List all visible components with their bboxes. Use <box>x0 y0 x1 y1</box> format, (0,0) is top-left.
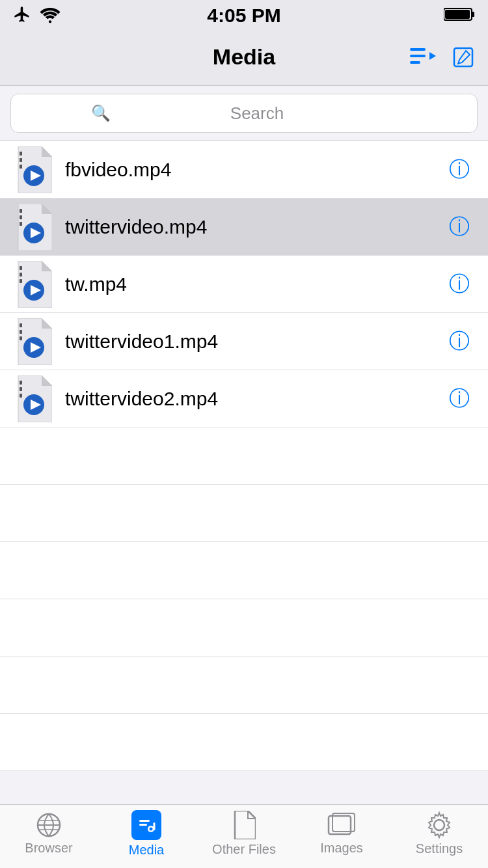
svg-rect-19 <box>20 215 22 219</box>
file-icon <box>13 146 52 193</box>
svg-rect-32 <box>20 323 22 327</box>
svg-rect-13 <box>20 165 22 169</box>
other-files-icon <box>232 811 256 839</box>
info-button[interactable]: ⓘ <box>444 265 475 304</box>
tab-images-label: Images <box>320 841 363 856</box>
svg-rect-3 <box>445 10 470 19</box>
svg-rect-34 <box>20 336 22 340</box>
info-button[interactable]: ⓘ <box>444 322 475 361</box>
search-input[interactable] <box>117 103 397 124</box>
tab-settings-label: Settings <box>416 841 463 856</box>
tab-media[interactable]: Media <box>98 805 195 868</box>
tab-media-label: Media <box>129 843 164 858</box>
search-icon: 🔍 <box>91 104 111 122</box>
svg-rect-39 <box>20 381 22 385</box>
info-button[interactable]: ⓘ <box>444 150 475 189</box>
settings-icon <box>426 811 453 839</box>
table-row[interactable]: tw.mp4 ⓘ <box>0 256 488 313</box>
info-button[interactable]: ⓘ <box>444 208 475 247</box>
svg-rect-4 <box>410 48 426 51</box>
file-name: twittervideo2.mp4 <box>65 388 444 410</box>
svg-rect-33 <box>20 330 22 334</box>
empty-row <box>0 485 488 542</box>
table-row[interactable]: fbvideo.mp4 ⓘ <box>0 141 488 198</box>
svg-rect-18 <box>20 209 22 213</box>
empty-row <box>0 599 488 657</box>
tab-other-files[interactable]: Other Files <box>195 805 293 868</box>
svg-rect-6 <box>410 61 420 64</box>
svg-rect-49 <box>139 824 147 826</box>
browser-icon <box>36 812 62 838</box>
empty-row <box>0 427 488 485</box>
file-icon <box>13 204 52 251</box>
search-container: 🔍 <box>0 86 488 141</box>
svg-rect-11 <box>20 152 22 156</box>
empty-row <box>0 542 488 599</box>
file-name: tw.mp4 <box>65 273 444 295</box>
file-name: twittervideo.mp4 <box>65 216 444 238</box>
search-bar: 🔍 <box>10 94 478 133</box>
file-icon <box>13 375 52 422</box>
svg-point-57 <box>434 820 444 830</box>
file-name: twittervideo1.mp4 <box>65 331 444 353</box>
file-icon <box>13 261 52 308</box>
page-title: Media <box>213 44 275 70</box>
media-icon-box <box>131 810 161 840</box>
playlist-icon[interactable] <box>410 46 436 69</box>
nav-bar: Media <box>0 29 488 86</box>
svg-rect-2 <box>472 12 474 17</box>
tab-browser[interactable]: Browser <box>0 805 98 868</box>
tab-browser-label: Browser <box>25 841 72 856</box>
battery-icon <box>444 7 475 22</box>
nav-actions <box>410 46 475 69</box>
file-list: fbvideo.mp4 ⓘ twittervideo.mp4 ⓘ <box>0 141 488 427</box>
airplane-icon <box>13 5 31 23</box>
status-time: 4:05 PM <box>207 5 280 27</box>
status-bar-right <box>444 7 475 22</box>
tab-bar: Browser Media Other Files Images <box>0 804 488 868</box>
empty-rows <box>0 427 488 771</box>
empty-row <box>0 657 488 714</box>
svg-rect-12 <box>20 158 22 162</box>
status-bar: 4:05 PM <box>0 0 488 29</box>
file-icon <box>13 318 52 365</box>
tab-images[interactable]: Images <box>293 805 390 868</box>
svg-rect-52 <box>154 822 156 830</box>
table-row[interactable]: twittervideo.mp4 ⓘ <box>0 198 488 256</box>
table-row[interactable]: twittervideo2.mp4 ⓘ <box>0 370 488 427</box>
svg-rect-20 <box>20 222 22 226</box>
svg-rect-5 <box>410 55 426 57</box>
svg-rect-25 <box>20 266 22 270</box>
info-button[interactable]: ⓘ <box>444 379 475 418</box>
svg-rect-26 <box>20 273 22 277</box>
svg-rect-48 <box>139 820 150 822</box>
images-icon <box>327 812 356 838</box>
tab-settings[interactable]: Settings <box>390 805 488 868</box>
table-row[interactable]: twittervideo1.mp4 ⓘ <box>0 313 488 370</box>
compose-icon[interactable] <box>452 46 475 69</box>
tab-other-files-label: Other Files <box>212 842 276 857</box>
svg-rect-27 <box>20 279 22 283</box>
svg-rect-41 <box>20 394 22 398</box>
media-note-icon <box>137 816 156 834</box>
file-name: fbvideo.mp4 <box>65 159 444 181</box>
status-bar-left <box>13 5 61 23</box>
svg-point-51 <box>150 828 153 831</box>
svg-rect-8 <box>454 48 472 66</box>
empty-row <box>0 714 488 771</box>
svg-marker-54 <box>248 811 256 819</box>
svg-point-0 <box>49 20 51 23</box>
wifi-icon <box>39 5 61 23</box>
svg-marker-7 <box>429 52 436 60</box>
svg-rect-40 <box>20 387 22 391</box>
